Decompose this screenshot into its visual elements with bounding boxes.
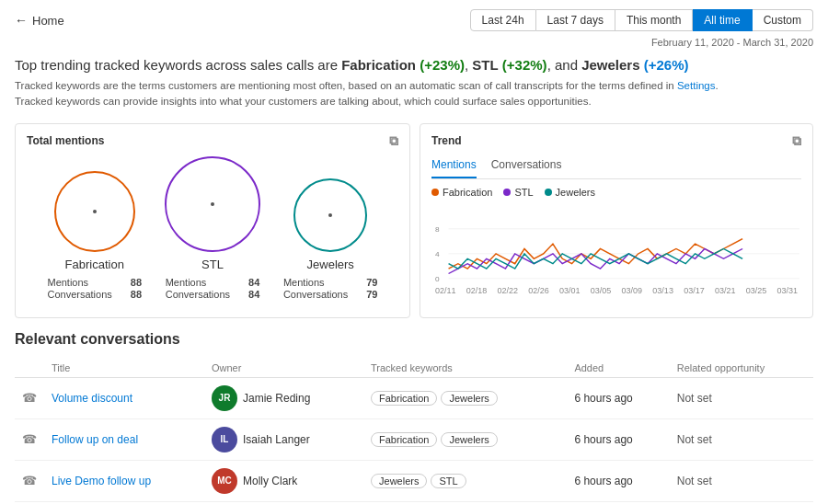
cell-added: 6 hours ago xyxy=(567,418,669,460)
cell-added: 6 hours ago xyxy=(567,460,669,501)
bubble-circle-jewelers xyxy=(293,178,367,252)
total-mentions-title: Total mentions ⧉ xyxy=(27,133,398,149)
date-range: February 11, 2020 - March 31, 2020 xyxy=(0,37,828,53)
owner-avatar: JR xyxy=(212,385,237,411)
headline-kw3-pct: (+26%) xyxy=(644,57,689,73)
headline-kw2-pct: (+32%) xyxy=(502,57,547,73)
filter-thismonth[interactable]: This month xyxy=(615,9,693,31)
header: ← Home Last 24h Last 7 days This month A… xyxy=(0,0,828,37)
table-body: ☎Volume discountJRJamie RedingFabricatio… xyxy=(15,377,813,501)
th-added: Added xyxy=(567,359,669,378)
legend-dot-jewelers xyxy=(545,189,552,196)
filter-alltime[interactable]: All time xyxy=(693,9,752,31)
stl-line xyxy=(449,248,743,273)
trend-legend: Fabrication STL Jewelers xyxy=(431,187,801,198)
legend-dot-stl xyxy=(503,189,511,196)
svg-text:8: 8 xyxy=(435,225,440,233)
headline: Top trending tracked keywords across sal… xyxy=(0,53,828,78)
x-axis-labels: 02/11 02/18 02/22 02/26 03/01 03/05 03/0… xyxy=(431,286,801,295)
description-line2: Tracked keywords can provide insights in… xyxy=(15,94,813,109)
keyword-tag[interactable]: Fabrication xyxy=(371,391,437,406)
filter-last7days[interactable]: Last 7 days xyxy=(536,9,615,31)
owner-name: Jamie Reding xyxy=(243,392,310,405)
conversations-title: Relevant conversations xyxy=(15,331,813,348)
back-link[interactable]: ← Home xyxy=(15,13,64,28)
tab-mentions[interactable]: Mentions xyxy=(431,156,477,178)
filter-last24h[interactable]: Last 24h xyxy=(470,9,536,31)
th-title: Title xyxy=(44,359,204,378)
cell-title[interactable]: Volume discount xyxy=(44,377,204,418)
settings-link[interactable]: Settings xyxy=(677,80,716,91)
bubble-label-jewelers: Jewelers xyxy=(307,258,354,271)
owner-avatar: IL xyxy=(212,427,237,452)
filter-custom[interactable]: Custom xyxy=(753,9,813,31)
cell-keywords: FabricationJewelers xyxy=(363,377,567,418)
cell-keywords: FabricationJewelers xyxy=(363,418,567,460)
cell-keywords: JewelersSTL xyxy=(363,460,567,501)
bubble-label-fabrication: Fabrication xyxy=(65,258,124,271)
trend-title: Trend ⧉ xyxy=(431,133,801,149)
panels: Total mentions ⧉ Fabrication Mentions88 … xyxy=(0,123,828,331)
th-icon xyxy=(15,359,44,378)
legend-stl: STL xyxy=(503,187,533,198)
phone-icon-cell: ☎ xyxy=(15,377,44,418)
legend-fabrication: Fabrication xyxy=(431,187,492,198)
chart-svg: 0 4 8 xyxy=(431,203,801,286)
table-header: Title Owner Tracked keywords Added Relat… xyxy=(15,359,813,378)
copy-icon[interactable]: ⧉ xyxy=(389,133,398,149)
keyword-tag[interactable]: Jewelers xyxy=(441,391,497,406)
description: Tracked keywords are the terms customers… xyxy=(0,78,828,123)
headline-kw1: Fabrication xyxy=(341,57,416,73)
headline-kw3: Jewelers xyxy=(581,57,639,73)
headline-kw1-pct: (+23%) xyxy=(420,57,465,73)
keyword-tag[interactable]: Jewelers xyxy=(441,432,497,447)
bubble-stats-stl: Mentions84 Conversations84 xyxy=(166,277,260,301)
legend-label-stl: STL xyxy=(514,187,533,198)
keyword-tag[interactable]: Jewelers xyxy=(371,474,427,488)
bubble-dot-fabrication xyxy=(93,210,97,213)
headline-end: , and xyxy=(547,57,582,73)
description-line1: Tracked keywords are the terms customers… xyxy=(15,78,813,94)
time-filters: Last 24h Last 7 days This month All time… xyxy=(470,9,813,31)
bubble-circle-fabrication xyxy=(54,171,135,252)
cell-title[interactable]: Follow up on deal xyxy=(44,418,204,460)
th-owner: Owner xyxy=(204,359,363,378)
conversations-table: Title Owner Tracked keywords Added Relat… xyxy=(15,359,813,502)
tab-conversations[interactable]: Conversations xyxy=(491,156,562,178)
legend-jewelers: Jewelers xyxy=(545,187,595,198)
svg-text:0: 0 xyxy=(435,275,440,282)
cell-related: Not set xyxy=(670,460,813,501)
headline-kw2: STL xyxy=(472,57,498,73)
table-row[interactable]: ☎Volume discountJRJamie RedingFabricatio… xyxy=(15,377,813,418)
keyword-tag[interactable]: Fabrication xyxy=(371,432,437,447)
table-row[interactable]: ☎Live Demo follow upMCMolly ClarkJeweler… xyxy=(15,460,813,501)
bubble-stats-fabrication: Mentions88 Conversations88 xyxy=(47,277,142,301)
headline-prefix: Top trending tracked keywords across sal… xyxy=(15,57,341,73)
table-row[interactable]: ☎Follow up on dealILIsaiah LangerFabrica… xyxy=(15,418,813,460)
cell-related: Not set xyxy=(670,418,813,460)
back-arrow-icon: ← xyxy=(15,13,28,28)
cell-title[interactable]: Live Demo follow up xyxy=(44,460,204,501)
keyword-tag[interactable]: STL xyxy=(431,474,466,488)
owner-name: Isaiah Langer xyxy=(243,433,310,446)
cell-owner: MCMolly Clark xyxy=(204,460,363,501)
bubble-dot-jewelers xyxy=(328,213,332,217)
trend-chart: 0 4 8 02/11 02/18 02/22 02/26 03/01 xyxy=(431,203,801,295)
trend-panel: Trend ⧉ Mentions Conversations Fabricati… xyxy=(420,123,813,318)
trend-copy-icon[interactable]: ⧉ xyxy=(792,133,801,149)
phone-icon-cell: ☎ xyxy=(15,460,44,501)
owner-name: Molly Clark xyxy=(243,475,297,487)
legend-label-jewelers: Jewelers xyxy=(556,187,595,198)
cell-related: Not set xyxy=(670,377,813,418)
cell-added: 6 hours ago xyxy=(567,377,669,418)
bubble-circle-stl xyxy=(165,156,260,252)
back-label: Home xyxy=(32,14,64,28)
bubble-stl: STL Mentions84 Conversations84 xyxy=(165,156,260,301)
bubble-stats-jewelers: Mentions79 Conversations79 xyxy=(283,277,378,301)
bubble-dot-stl xyxy=(211,202,214,206)
total-mentions-panel: Total mentions ⧉ Fabrication Mentions88 … xyxy=(15,123,410,318)
cell-owner: ILIsaiah Langer xyxy=(204,418,363,460)
bubble-fabrication: Fabrication Mentions88 Conversations88 xyxy=(47,171,142,301)
phone-icon-cell: ☎ xyxy=(15,418,44,460)
bubble-jewelers: Jewelers Mentions79 Conversations79 xyxy=(283,178,378,301)
